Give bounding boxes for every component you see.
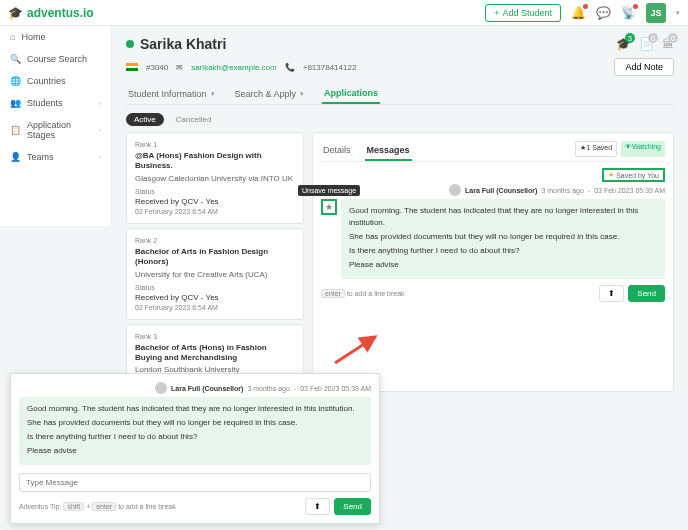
saved-by-you-badge: ★Saved by You	[602, 168, 665, 182]
status-label: Status	[135, 188, 295, 195]
message-line: Good morning. The student has indicated …	[349, 205, 657, 229]
status-value: Received by QCV - Yes	[135, 197, 295, 206]
globe-icon: 🌐	[10, 76, 21, 86]
sidebar-item-teams[interactable]: 👤Teams›	[0, 146, 111, 168]
message-ago: 3 months ago	[247, 385, 289, 392]
stages-icon: 📋	[10, 125, 21, 135]
student-id: #3040	[146, 63, 168, 72]
app-date: 02 February 2023 8:54 AM	[135, 208, 295, 215]
sidebar: ⌂Home 🔍Course Search 🌐Countries 👥Student…	[0, 26, 112, 226]
message-line: Please advise	[27, 445, 363, 457]
student-name: Sarika Khatri	[140, 36, 226, 52]
attach-button[interactable]: ⬆	[599, 285, 624, 302]
brand-logo[interactable]: 🎓 adventus.io	[8, 6, 94, 20]
sidebar-item-label: Home	[21, 32, 45, 42]
home-icon: ⌂	[10, 32, 15, 42]
app-rank: Rank 3	[135, 333, 295, 340]
message-line: Is there anything further I need to do a…	[349, 245, 657, 257]
app-title: Bachelor of Arts in Fashion Design (Hono…	[135, 247, 295, 268]
author-avatar-icon	[155, 382, 167, 394]
sidebar-item-home[interactable]: ⌂Home	[0, 26, 111, 48]
message-input[interactable]	[19, 473, 371, 492]
sidebar-item-course-search[interactable]: 🔍Course Search	[0, 48, 111, 70]
flag-icon	[126, 63, 138, 71]
sidebar-item-application-stages[interactable]: 📋Application Stages›	[0, 114, 111, 146]
app-university: University for the Creative Arts (UCA)	[135, 270, 295, 279]
message-line: She has provided documents but they will…	[27, 417, 363, 429]
badge: 3	[625, 33, 635, 43]
tab-applications[interactable]: Applications	[322, 84, 380, 104]
app-rank: Rank 2	[135, 237, 295, 244]
attach-button[interactable]: ⬆	[305, 498, 330, 515]
student-email[interactable]: sarikakh@example.com	[191, 63, 276, 72]
send-button[interactable]: Send	[628, 285, 665, 302]
message-line: Please advise	[349, 259, 657, 271]
app-rank: Rank 1	[135, 141, 295, 148]
student-phone: +81378414122	[303, 63, 357, 72]
status-label: Status	[135, 284, 295, 291]
grad-icon[interactable]: 🎓3	[616, 37, 631, 51]
application-card[interactable]: Rank 1 @BA (Hons) Fashion Design with Bu…	[126, 132, 304, 224]
sidebar-item-label: Countries	[27, 76, 66, 86]
sidebar-item-countries[interactable]: 🌐Countries	[0, 70, 111, 92]
watching-badge[interactable]: 👁Watching	[621, 141, 665, 157]
rss-icon[interactable]: 📡	[621, 6, 636, 20]
message-line: Is there anything further I need to do a…	[27, 431, 363, 443]
add-note-button[interactable]: Add Note	[614, 58, 674, 76]
sidebar-item-label: Students	[27, 98, 63, 108]
doc-icon[interactable]: 📄0	[639, 37, 654, 51]
input-tip: Adventus Tip: shift + enter to add a lin…	[19, 503, 176, 510]
brand-text: adventus.io	[27, 6, 94, 20]
message-author: Lara Full (Counsellor)	[465, 187, 537, 194]
unsave-message-button[interactable]: Unsave message ★	[321, 199, 337, 215]
message-ago: 3 months ago	[541, 187, 583, 194]
send-button[interactable]: Send	[334, 498, 371, 515]
pill-cancelled[interactable]: Cancelled	[168, 113, 220, 126]
input-tip: enter to add a line break	[321, 290, 405, 297]
sidebar-item-label: Application Stages	[27, 120, 93, 140]
app-title: Bachelor of Arts (Hons) in Fashion Buyin…	[135, 343, 295, 364]
chat-icon[interactable]: 💬	[596, 6, 611, 20]
subtab-details[interactable]: Details	[321, 141, 353, 161]
tab-student-info[interactable]: Student Information▾	[126, 84, 217, 104]
email-icon: ✉	[176, 63, 183, 72]
add-student-label: Add Student	[502, 8, 552, 18]
chevron-right-icon: ›	[99, 100, 101, 107]
sidebar-item-label: Teams	[27, 152, 54, 162]
message-body: Good morning. The student has indicated …	[19, 397, 371, 465]
message-overlay: Lara Full (Counsellor) 3 months ago - 03…	[10, 373, 380, 524]
search-icon: 🔍	[10, 54, 21, 64]
grad-cap-icon: 🎓	[8, 6, 23, 20]
users-icon: 👥	[10, 98, 21, 108]
author-avatar-icon	[449, 184, 461, 196]
tab-search-apply[interactable]: Search & Apply▾	[233, 84, 307, 104]
app-university: Glasgow Caledonian University via INTO U…	[135, 174, 295, 183]
bank-icon[interactable]: 🏛0	[662, 37, 674, 51]
sidebar-item-students[interactable]: 👥Students›	[0, 92, 111, 114]
badge: 0	[668, 33, 678, 43]
application-card[interactable]: Rank 2 Bachelor of Arts in Fashion Desig…	[126, 228, 304, 320]
app-title: @BA (Hons) Fashion Design with Business.	[135, 151, 295, 172]
topbar: 🎓 adventus.io + Add Student 🔔 💬 📡 JS ▾	[0, 0, 688, 26]
message-panel: Details Messages ★1 Saved 👁Watching ★Sav…	[312, 132, 674, 392]
plus-icon: +	[494, 8, 499, 18]
message-author: Lara Full (Counsellor)	[171, 385, 243, 392]
sidebar-item-label: Course Search	[27, 54, 87, 64]
subtab-messages[interactable]: Messages	[365, 141, 412, 161]
chevron-right-icon: ›	[99, 154, 101, 161]
chevron-right-icon: ›	[99, 127, 101, 134]
chevron-down-icon: ▾	[211, 90, 215, 98]
pill-active[interactable]: Active	[126, 113, 164, 126]
saved-count-badge[interactable]: ★1 Saved	[575, 141, 617, 157]
app-date: 02 February 2023 8:54 AM	[135, 304, 295, 311]
message-body: Good morning. The student has indicated …	[341, 199, 665, 279]
chevron-down-icon[interactable]: ▾	[676, 9, 680, 17]
bell-icon[interactable]: 🔔	[571, 6, 586, 20]
user-avatar[interactable]: JS	[646, 3, 666, 23]
message-timestamp: 03 Feb 2023 05:39 AM	[594, 187, 665, 194]
star-icon: ★	[608, 171, 614, 179]
tooltip: Unsave message	[298, 185, 360, 196]
main-content: Sarika Khatri 🎓3 📄0 🏛0 #3040 ✉ sarikakh@…	[112, 26, 688, 402]
message-timestamp: 03 Feb 2023 05:39 AM	[300, 385, 371, 392]
add-student-button[interactable]: + Add Student	[485, 4, 561, 22]
